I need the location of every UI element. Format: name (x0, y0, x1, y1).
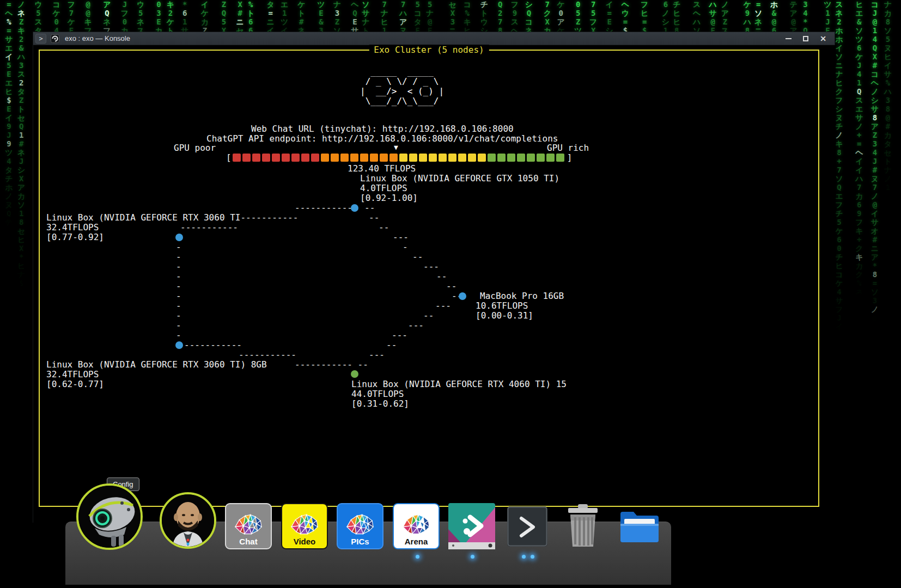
matrix-glyph: フ (855, 218, 863, 226)
matrix-glyph: ハ (399, 9, 407, 17)
matrix-glyph: 4 (801, 9, 809, 17)
matrix-glyph: タ (884, 139, 892, 148)
meter-segment (233, 154, 241, 162)
node-dot-rtx-3060-ti-8gb (175, 341, 183, 349)
matrix-glyph: 1 (280, 9, 289, 17)
maximize-button[interactable] (800, 33, 812, 44)
topology-dash: --- (435, 301, 451, 311)
web-chat-url-line: Web Chat URL (tinychat): http://192.168.… (251, 124, 514, 134)
matrix-glyph: 0 (120, 17, 129, 26)
dock-item-pics[interactable]: PICs (337, 503, 383, 549)
terminal-icon (507, 506, 547, 547)
man-avatar-image (162, 494, 214, 547)
matrix-glyph: 1 (4, 226, 13, 235)
matrix-glyph: フ (835, 305, 843, 314)
matrix-glyph: 7 (543, 0, 552, 9)
robot-avatar[interactable] (76, 483, 143, 550)
matrix-glyph: コ (413, 9, 422, 17)
matrix-glyph: * (180, 0, 189, 9)
dock-item-video[interactable]: Video (281, 503, 328, 549)
matrix-glyph: イ (835, 322, 843, 331)
matrix-glyph: シ (661, 17, 670, 26)
window-titlebar[interactable]: > exo : exo — Konsole ✕ (33, 32, 835, 45)
matrix-glyph: ヒ (640, 9, 649, 17)
matrix-glyph: ク (543, 9, 552, 17)
matrix-glyph: Q (220, 9, 228, 17)
matrix-glyph: $ (17, 279, 26, 287)
konsole-app-icon (51, 34, 59, 43)
matrix-glyph: チ (480, 0, 489, 9)
matrix-glyph: ネ (136, 17, 145, 26)
matrix-glyph: + (835, 157, 843, 166)
dock-item-chat[interactable]: Chat (225, 503, 272, 549)
matrix-glyph: ス (34, 17, 43, 26)
matrix-glyph: カ (855, 261, 863, 270)
dock-item-konsole[interactable] (507, 506, 547, 549)
matrix-glyph: # (236, 9, 245, 17)
topology-dash: -- (379, 223, 389, 232)
matrix-glyph: E (155, 17, 163, 26)
matrix-glyph: ト (17, 105, 26, 113)
matrix-glyph: # (870, 166, 879, 174)
matrix-glyph: Z (574, 17, 582, 26)
video-brain-icon (288, 511, 321, 538)
matrix-glyph: 7 (855, 183, 863, 192)
close-button[interactable]: ✕ (817, 33, 829, 44)
dock-item-trash[interactable] (564, 504, 601, 550)
dock-item-kde-app[interactable] (448, 503, 495, 552)
matrix-glyph: # (17, 139, 26, 148)
meter-right-bracket: ] (567, 152, 573, 163)
matrix-glyph: @ (84, 9, 93, 17)
matrix-glyph: チ (672, 0, 681, 9)
close-icon: ✕ (820, 35, 826, 42)
matrix-glyph: キ (84, 17, 93, 26)
matrix-glyph: チ (835, 209, 843, 218)
video-label: Video (294, 537, 316, 546)
matrix-glyph: E (350, 17, 359, 26)
matrix-glyph: 7 (835, 166, 843, 174)
matrix-glyph: 7 (496, 17, 504, 26)
arena-brain-icon (399, 511, 433, 538)
matrix-glyph: 7 (67, 9, 76, 17)
matrix-glyph: ト (884, 157, 892, 166)
man-avatar[interactable] (160, 492, 216, 549)
titlebar-menu-toggle-button[interactable]: > (35, 34, 46, 44)
dock-item-file-manager[interactable] (618, 507, 661, 546)
matrix-glyph: ケ (557, 0, 565, 9)
matrix-glyph: コ (525, 17, 533, 26)
matrix-glyph: Z (220, 0, 228, 9)
matrix-glyph: ス (17, 70, 26, 78)
topology-dash: -- (423, 311, 434, 321)
matrix-glyph: 3 (155, 9, 163, 17)
node-range-gtx-1050-ti: [0.92-1.00] (360, 193, 418, 203)
matrix-glyph: 1 (823, 9, 832, 17)
matrix-glyph: @ (884, 113, 892, 122)
matrix-glyph: ネ (17, 148, 26, 157)
matrix-glyph: シ (17, 166, 26, 174)
minimize-button[interactable] (782, 33, 794, 44)
kde-app-icon (448, 503, 495, 549)
matrix-glyph: E (605, 17, 614, 26)
matrix-glyph: ハ (17, 52, 26, 61)
matrix-glyph: Z (721, 17, 729, 26)
matrix-glyph: タ (17, 87, 26, 96)
matrix-glyph: ア (721, 9, 729, 17)
matrix-glyph: フ (835, 200, 843, 209)
topology-dash: ----------- (184, 340, 242, 350)
matrix-glyph: サ (4, 35, 13, 44)
matrix-glyph: + (855, 131, 863, 139)
meter-segment (527, 154, 535, 162)
dock-item-arena[interactable]: Arena (393, 503, 440, 549)
matrix-glyph: 3 (333, 9, 342, 17)
matrix-glyph: % (463, 9, 472, 17)
meter-segment (556, 154, 564, 162)
matrix-glyph: ケ (166, 17, 175, 26)
gpu-meter-marker-icon: ▼ (394, 143, 398, 152)
meter-segments (233, 154, 566, 162)
matrix-glyph: ノ (661, 9, 670, 17)
matrix-glyph: ホ (835, 26, 843, 35)
matrix-glyph: $ (17, 296, 26, 305)
matrix-glyph: 4 (855, 70, 863, 78)
terminal-screen[interactable]: Exo Cluster (5 nodes) _____ _____ / _ \ … (33, 45, 836, 523)
node-dot-gtx-1050-ti (351, 204, 358, 212)
